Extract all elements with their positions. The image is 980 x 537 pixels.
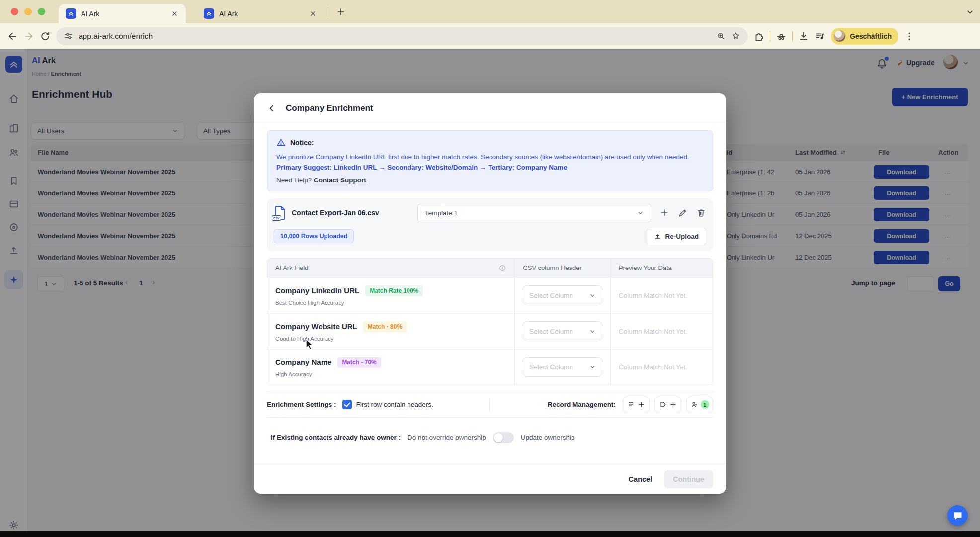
ownership-off-label: Do not override ownership	[408, 434, 486, 441]
chevron-down-icon	[589, 292, 596, 299]
zoom-page-icon[interactable]	[716, 31, 726, 41]
upload-icon	[654, 233, 661, 240]
plus-icon	[638, 401, 645, 408]
tab-title: AI Ark	[219, 10, 304, 18]
match-rate-badge: Match Rate 100%	[365, 285, 423, 296]
tab-close-icon[interactable]	[170, 9, 179, 18]
reupload-button[interactable]: Re-Upload	[647, 228, 707, 245]
forward-icon[interactable]	[23, 31, 34, 42]
headers-checkbox[interactable]	[342, 400, 352, 409]
tab-divider	[328, 7, 328, 16]
notice-help: Need Help? Contact Support	[276, 177, 704, 184]
ownership-toggle[interactable]	[493, 432, 514, 443]
extensions-icon[interactable]	[753, 31, 764, 42]
plus-icon	[669, 401, 677, 408]
browser-tab-bar: AI Ark AI Ark	[0, 0, 980, 23]
template-select[interactable]: Template 1	[417, 204, 651, 222]
vertical-divider	[489, 398, 490, 411]
bookmark-star-icon[interactable]	[731, 31, 740, 41]
add-tag-button[interactable]	[654, 397, 681, 412]
mouse-cursor	[304, 338, 315, 350]
bottom-black-bar	[0, 531, 980, 537]
ownership-label: If Existing contacts already have owner …	[271, 434, 401, 441]
back-button[interactable]	[267, 103, 277, 113]
browser-menu-icon[interactable]	[904, 31, 915, 42]
continue-button[interactable]: Continue	[664, 470, 713, 488]
owner-count-badge: 1	[701, 400, 709, 409]
enrichment-settings-row: Enrichment Settings : First row contain …	[267, 392, 713, 417]
window-controls	[11, 8, 45, 15]
ownership-row: If Existing contacts already have owner …	[267, 418, 713, 457]
reload-icon[interactable]	[40, 31, 51, 42]
match-rate-badge: Match - 70%	[337, 357, 381, 368]
csv-file-icon: csv	[274, 205, 286, 220]
tab-search-chevron-icon[interactable]	[966, 8, 974, 16]
media-queue-icon[interactable]	[815, 31, 825, 42]
tab-close-icon[interactable]	[309, 9, 317, 18]
cancel-button[interactable]: Cancel	[621, 471, 660, 488]
modal-title: Company Enrichment	[286, 103, 373, 113]
new-tab-button[interactable]	[336, 7, 346, 17]
screen: AI Ark AI Ark	[0, 0, 980, 537]
browser-tab-2[interactable]: AI Ark	[197, 4, 324, 23]
col-csv-header: CSV column Header	[514, 259, 610, 277]
downloads-icon[interactable]	[798, 31, 809, 42]
edit-template-button[interactable]	[678, 208, 688, 218]
record-management: Record Management: 1	[548, 397, 713, 412]
warning-triangle-icon	[276, 138, 286, 147]
url-text: app.ai-ark.com/enrich	[79, 32, 153, 41]
browser-tab-1[interactable]: AI Ark	[59, 4, 186, 23]
notice-text: We prioritize Company LinkedIn URL first…	[276, 152, 704, 163]
add-template-button[interactable]	[659, 208, 669, 218]
match-rate-badge: Match - 80%	[363, 321, 407, 332]
mapping-row-website: Company Website URL Match - 80% Good to …	[267, 313, 713, 349]
file-name: Contact Export-Jan 06.csv	[292, 209, 379, 217]
browser-profile-chip[interactable]: Geschäftlich	[831, 28, 898, 45]
field-mapping-table: AI Ark Field CSV column Header Preview Y…	[267, 258, 713, 385]
company-enrichment-modal: Company Enrichment Notice: We prioritize…	[254, 93, 726, 494]
select-column-dropdown[interactable]: Select Column	[523, 357, 602, 377]
chevron-down-icon	[589, 328, 596, 335]
uploaded-file-card: csv Contact Export-Jan 06.csv Template 1	[267, 198, 713, 251]
notice-label: Notice:	[290, 139, 314, 147]
profile-avatar	[833, 30, 846, 42]
tab-title: AI Ark	[81, 10, 165, 18]
mapping-row-linkedin: Company LinkedIn URL Match Rate 100% Bes…	[267, 277, 713, 313]
toolbar-divider	[792, 31, 793, 42]
select-column-dropdown[interactable]: Select Column	[523, 285, 602, 305]
select-column-dropdown[interactable]: Select Column	[523, 321, 602, 341]
col-preview: Preview Your Data	[610, 259, 713, 277]
col-ai-ark-field: AI Ark Field	[267, 259, 514, 277]
chevron-down-icon	[637, 210, 644, 216]
toolbar-divider	[770, 31, 770, 42]
url-bar[interactable]: app.ai-ark.com/enrich	[56, 27, 748, 45]
tag-icon	[659, 401, 667, 408]
ai-ark-favicon	[204, 8, 214, 19]
record-management-label: Record Management:	[548, 401, 616, 408]
chat-widget-button[interactable]	[947, 505, 968, 526]
modal-footer: Cancel Continue	[254, 464, 726, 494]
ownership-on-label: Update ownership	[521, 434, 575, 441]
close-window-button[interactable]	[11, 8, 18, 15]
modal-body: Notice: We prioritize Company LinkedIn U…	[254, 123, 726, 464]
rows-uploaded-badge: 10,000 Rows Uploaded	[274, 229, 354, 243]
zoom-window-button[interactable]	[38, 8, 45, 15]
add-list-button[interactable]	[623, 397, 650, 412]
mapping-row-company-name: Company Name Match - 70% High Accuracy S…	[267, 349, 713, 385]
assign-owner-button[interactable]: 1	[686, 397, 713, 412]
notice-priority-text: Primary Suggest: LinkedIn URL → Secondar…	[276, 164, 704, 171]
chat-bubble-icon	[953, 511, 963, 521]
delete-template-button[interactable]	[696, 208, 706, 218]
browser-toolbar: app.ai-ark.com/enrich Geschäftlich	[0, 23, 980, 49]
ai-ark-favicon	[66, 8, 76, 19]
modal-header: Company Enrichment	[254, 93, 726, 123]
list-icon	[628, 401, 635, 408]
minimize-window-button[interactable]	[24, 8, 32, 15]
contact-support-link[interactable]: Contact Support	[314, 177, 366, 184]
back-icon[interactable]	[7, 31, 18, 42]
info-icon[interactable]	[498, 264, 506, 272]
chevron-down-icon	[589, 364, 596, 370]
notice-banner: Notice: We prioritize Company LinkedIn U…	[267, 130, 713, 191]
site-settings-icon[interactable]	[64, 31, 73, 41]
incognito-icon[interactable]	[776, 31, 787, 42]
